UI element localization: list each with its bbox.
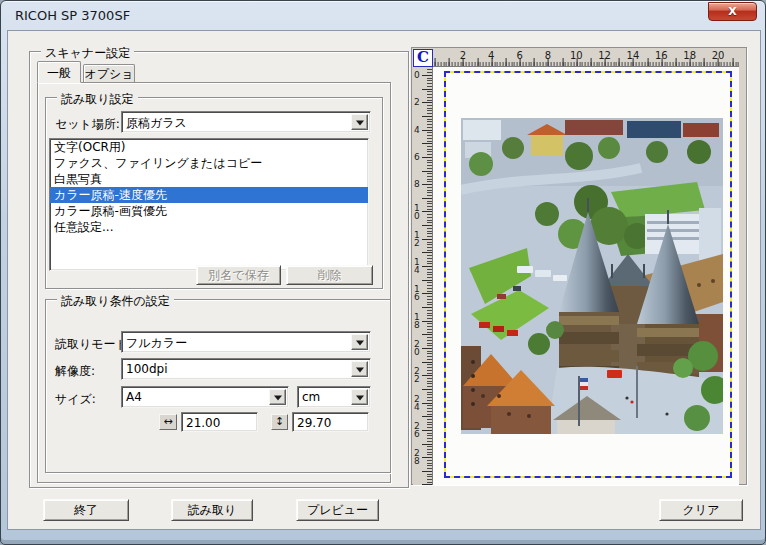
ruler-number: 12 bbox=[598, 50, 611, 61]
scanner-driver-window: RICOH SP 3700SF X スキャナー設定 一般 オプション 読み取り設… bbox=[0, 0, 766, 545]
resolution-combobox[interactable]: 100dpi bbox=[121, 358, 371, 380]
ruler-number: 2 bbox=[460, 50, 466, 61]
size-combobox[interactable]: A4 bbox=[121, 386, 289, 408]
close-icon: X bbox=[728, 5, 736, 18]
scan-mode-dropdown-button[interactable] bbox=[351, 334, 368, 350]
width-field[interactable]: 21.00 bbox=[181, 412, 258, 432]
ruler-number: 14 bbox=[627, 50, 640, 61]
ruler-number: 0 bbox=[414, 71, 422, 79]
chevron-down-icon bbox=[356, 341, 364, 346]
unit-combobox[interactable]: cm bbox=[297, 386, 371, 408]
ruler-number: 14 bbox=[414, 258, 422, 274]
scan-conditions-group-label: 読み取り条件の設定 bbox=[57, 293, 174, 310]
tab-general[interactable]: 一般 bbox=[37, 61, 81, 83]
chevron-down-icon bbox=[356, 396, 364, 401]
set-location-dropdown-button[interactable] bbox=[351, 114, 368, 130]
ruler-number: 24 bbox=[414, 395, 422, 411]
save-as-button-label: 別名で保存 bbox=[208, 268, 268, 282]
ruler-number: 28 bbox=[414, 449, 422, 465]
chevron-down-icon bbox=[274, 396, 282, 401]
exit-button-label: 終了 bbox=[74, 503, 98, 517]
list-item[interactable]: 任意設定... bbox=[50, 219, 368, 235]
ruler-number: 22 bbox=[414, 367, 422, 383]
ruler-major-ticks bbox=[422, 67, 432, 485]
list-item[interactable]: 文字(OCR用) bbox=[50, 139, 368, 155]
clear-button[interactable]: クリア bbox=[659, 499, 743, 521]
preview-button-label: プレビュー bbox=[307, 503, 368, 517]
unit-cm-icon: C bbox=[413, 49, 433, 67]
delete-button-label: 削除 bbox=[318, 268, 342, 282]
ruler-number: 4 bbox=[488, 50, 494, 61]
resolution-label: 解像度: bbox=[55, 363, 95, 380]
size-dropdown-button[interactable] bbox=[269, 389, 286, 405]
horizontal-ruler: 2468101214161820 bbox=[433, 49, 739, 67]
ruler-number: 12 bbox=[414, 231, 422, 247]
chevron-down-icon bbox=[356, 368, 364, 373]
ruler-number: 16 bbox=[655, 50, 668, 61]
ruler-number: 26 bbox=[414, 422, 422, 438]
height-field-value: 29.70 bbox=[293, 413, 331, 430]
size-label: サイズ: bbox=[55, 391, 96, 408]
list-item[interactable]: 白黒写真 bbox=[50, 171, 368, 187]
title-bar[interactable]: RICOH SP 3700SF X bbox=[1, 1, 765, 30]
tab-options[interactable]: オプション bbox=[83, 64, 135, 83]
list-item[interactable]: カラー原稿-画質優先 bbox=[50, 203, 368, 219]
exit-button[interactable]: 終了 bbox=[43, 499, 129, 521]
scan-settings-group-label: 読み取り設定 bbox=[57, 91, 138, 108]
scan-button-label: 読み取り bbox=[188, 503, 237, 517]
ruler-number: 10 bbox=[414, 204, 422, 220]
ruler-number: 20 bbox=[414, 340, 422, 356]
preset-list[interactable]: 文字(OCR用)ファクス、ファイリングまたはコピー白黒写真カラー原稿-速度優先カ… bbox=[49, 138, 369, 271]
ruler-number: 20 bbox=[712, 50, 725, 61]
ruler-number: 6 bbox=[414, 153, 422, 161]
ruler-number: 6 bbox=[516, 50, 522, 61]
size-value: A4 bbox=[122, 387, 288, 407]
chevron-down-icon bbox=[356, 121, 364, 126]
list-item[interactable]: カラー原稿-速度優先 bbox=[50, 187, 368, 203]
tab-general-label: 一般 bbox=[47, 66, 71, 80]
ruler-number: 8 bbox=[414, 180, 422, 188]
resolution-value: 100dpi bbox=[122, 359, 370, 379]
set-location-label: セット場所: bbox=[55, 116, 120, 133]
scanner-settings-group-label: スキャナー設定 bbox=[41, 45, 134, 62]
ruler-number: 2 bbox=[414, 98, 422, 106]
vertical-ruler: 0246810121416182022242628 bbox=[413, 67, 433, 485]
ruler-number: 18 bbox=[683, 50, 696, 61]
height-field[interactable]: 29.70 bbox=[292, 412, 369, 432]
ruler-number: 18 bbox=[414, 313, 422, 329]
ruler-number: 4 bbox=[414, 126, 422, 134]
ruler-number: 8 bbox=[545, 50, 551, 61]
width-field-value: 21.00 bbox=[182, 413, 220, 430]
ruler-number: 10 bbox=[570, 50, 583, 61]
resolution-dropdown-button[interactable] bbox=[351, 361, 368, 377]
delete-button[interactable]: 削除 bbox=[286, 265, 373, 285]
ruler-number: 16 bbox=[414, 285, 422, 301]
scan-selection-area[interactable] bbox=[444, 71, 732, 478]
set-location-value: 原稿ガラス bbox=[122, 112, 370, 132]
height-arrow-icon: ↕ bbox=[271, 414, 288, 430]
close-button[interactable]: X bbox=[708, 2, 757, 21]
scan-mode-combobox[interactable]: フルカラー bbox=[121, 331, 371, 353]
scan-button[interactable]: 読み取り bbox=[171, 499, 253, 521]
save-as-button[interactable]: 別名で保存 bbox=[196, 265, 281, 285]
preview-button[interactable]: プレビュー bbox=[296, 499, 379, 521]
width-arrow-icon: ↔ bbox=[159, 414, 177, 430]
set-location-combobox[interactable]: 原稿ガラス bbox=[121, 111, 371, 133]
window-title: RICOH SP 3700SF bbox=[15, 8, 130, 23]
clear-button-label: クリア bbox=[683, 503, 720, 517]
scan-mode-value: フルカラー bbox=[122, 332, 370, 352]
unit-dropdown-button[interactable] bbox=[351, 389, 368, 405]
list-item[interactable]: ファクス、ファイリングまたはコピー bbox=[50, 155, 368, 171]
